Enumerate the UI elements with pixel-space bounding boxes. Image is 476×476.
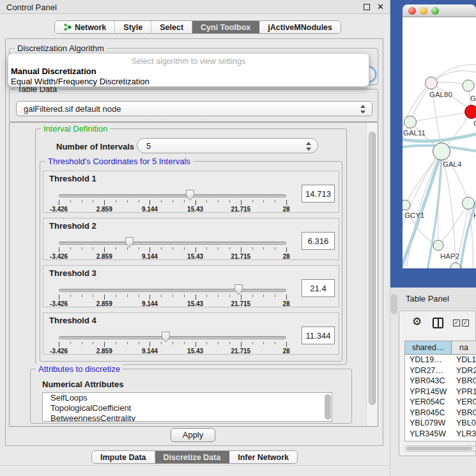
network-node[interactable] bbox=[426, 77, 438, 89]
table-panel-title: Table Panel bbox=[406, 294, 449, 303]
float-panel-icon[interactable] bbox=[364, 4, 370, 10]
close-window-icon[interactable] bbox=[408, 7, 416, 15]
slider-track[interactable] bbox=[59, 194, 286, 197]
table-cell[interactable]: YBR043C bbox=[405, 376, 452, 387]
checkbox-icon[interactable]: ✓ bbox=[462, 319, 469, 326]
tab-discretize-data[interactable]: Discretize Data bbox=[155, 451, 230, 463]
table-cell[interactable]: YIL0 bbox=[452, 439, 476, 441]
slider-scale-label: 15.43 bbox=[187, 253, 203, 260]
slider-thumb[interactable] bbox=[234, 284, 243, 295]
table-cell[interactable]: YDR2 bbox=[452, 365, 476, 376]
table-column-header[interactable]: shared… bbox=[405, 341, 452, 355]
table-cell[interactable]: YDR27… bbox=[405, 365, 452, 376]
checkbox-icon[interactable]: ✓ bbox=[453, 319, 460, 326]
network-window-titlebar[interactable] bbox=[403, 4, 476, 17]
threshold-slider[interactable]: -3.4262.8599.14415.4321.71528 bbox=[59, 171, 286, 213]
network-view-window[interactable]: GAL80GACGAL11GAL4GCY1HHAP2 bbox=[403, 4, 476, 268]
threshold-slider[interactable]: -3.4262.8599.14415.4321.71528 bbox=[59, 313, 286, 355]
slider-scale-label: 9.144 bbox=[142, 253, 158, 260]
table-panel-scrollbar-thumb[interactable] bbox=[391, 294, 397, 314]
tab-impute-data[interactable]: Impute Data bbox=[92, 451, 155, 463]
tab-network[interactable]: Network bbox=[55, 21, 115, 33]
table-cell[interactable]: YPR145W bbox=[405, 387, 452, 397]
threshold-value-field[interactable]: 21.4 bbox=[302, 279, 335, 297]
network-node[interactable] bbox=[465, 105, 476, 119]
slider-thumb[interactable] bbox=[162, 332, 170, 342]
slider-track[interactable] bbox=[59, 336, 286, 339]
table-hscrollbar-thumb[interactable] bbox=[406, 447, 472, 450]
table-hscrollbar-track[interactable] bbox=[404, 445, 476, 452]
table-column-header[interactable]: na bbox=[452, 341, 476, 355]
table-cell[interactable]: YER054C bbox=[405, 397, 452, 408]
threshold-value-field[interactable]: 14.713 bbox=[302, 185, 335, 203]
slider-tick bbox=[218, 247, 219, 250]
network-node[interactable] bbox=[463, 197, 475, 210]
table-data-combobox[interactable]: galFiltered.sif default node bbox=[16, 101, 372, 116]
table-cell[interactable]: YPR1 bbox=[452, 387, 476, 397]
algorithm-option-manual[interactable]: Manual Discretization bbox=[11, 66, 96, 76]
column-view-icon[interactable] bbox=[433, 318, 443, 328]
network-node[interactable] bbox=[450, 263, 461, 268]
numerical-attributes-list[interactable]: SelfLoopsTopologicalCoefficientBetweenne… bbox=[42, 392, 332, 422]
attribute-list-item[interactable]: SelfLoops bbox=[43, 393, 332, 403]
settings-scrollbar-thumb[interactable] bbox=[369, 132, 376, 405]
gear-icon[interactable]: ⚙ bbox=[412, 315, 422, 328]
attribute-list-item[interactable]: TopologicalCoefficient bbox=[43, 403, 332, 413]
slider-track[interactable] bbox=[59, 289, 286, 292]
number-of-intervals-combobox[interactable]: 5 bbox=[137, 138, 318, 153]
tab-style[interactable]: Style bbox=[115, 21, 151, 33]
threshold-block-1: Threshold 1-3.4262.8599.14415.4321.71528… bbox=[43, 171, 339, 213]
zoom-window-icon[interactable] bbox=[431, 7, 439, 15]
tab-infer-network[interactable]: Infer Network bbox=[229, 451, 297, 463]
network-node[interactable] bbox=[404, 116, 417, 128]
table-row[interactable]: YIL052CYIL0 bbox=[405, 439, 476, 441]
table-cell[interactable]: YBR0 bbox=[452, 376, 476, 387]
threshold-value-field[interactable]: 11.344 bbox=[302, 326, 335, 344]
slider-thumb[interactable] bbox=[125, 237, 134, 248]
table-cell[interactable]: YER0 bbox=[452, 397, 476, 408]
table-cell[interactable]: YLR345W bbox=[405, 429, 452, 440]
minimize-window-icon[interactable] bbox=[420, 7, 427, 15]
tab-cyni-toolbox[interactable]: Cyni Toolbox bbox=[192, 21, 259, 33]
apply-button[interactable]: Apply bbox=[171, 428, 215, 442]
threshold-slider[interactable]: -3.4262.8599.14415.4321.71528 bbox=[59, 266, 286, 308]
table-cell[interactable]: YDL1 bbox=[452, 355, 476, 365]
slider-tick bbox=[275, 247, 275, 250]
attribute-list-item[interactable]: BetweennessCentrality bbox=[43, 413, 332, 422]
table-row[interactable]: YPR145WYPR1 bbox=[405, 387, 476, 397]
table-cell[interactable]: YDL19… bbox=[405, 355, 452, 365]
algorithm-option-equal-width[interactable]: Equal Width/Frequency Discretization bbox=[11, 77, 150, 86]
network-canvas[interactable]: GAL80GACGAL11GAL4GCY1HHAP2 bbox=[403, 17, 476, 268]
table-row[interactable]: YDR27…YDR2 bbox=[405, 365, 476, 376]
slider-tick bbox=[206, 342, 207, 344]
table-cell[interactable]: YIL052C bbox=[405, 439, 452, 441]
table-cell[interactable]: YLR3 bbox=[452, 429, 476, 440]
network-node[interactable] bbox=[463, 80, 474, 91]
algorithm-placeholder-option[interactable]: Select algorithm to view settings bbox=[8, 57, 369, 66]
network-node[interactable] bbox=[403, 200, 410, 210]
list-scrollbar-thumb[interactable] bbox=[325, 394, 331, 420]
table-cell[interactable]: YBR045C bbox=[405, 408, 452, 418]
threshold-slider[interactable]: -3.4262.8599.14415.4321.71528 bbox=[59, 219, 286, 261]
threshold-value-field[interactable]: 6.316 bbox=[302, 232, 335, 250]
table-cell[interactable]: YBL0 bbox=[452, 418, 476, 429]
table-row[interactable]: YLR345WYLR3 bbox=[405, 429, 476, 440]
table-cell[interactable]: YBR0 bbox=[452, 408, 476, 418]
slider-tick bbox=[161, 247, 162, 250]
tab-jactivemnodules[interactable]: jActiveMNodules bbox=[259, 21, 341, 33]
network-node[interactable] bbox=[433, 143, 450, 160]
table-row[interactable]: YDL19…YDL1 bbox=[405, 355, 476, 365]
table-row[interactable]: YBR043CYBR0 bbox=[405, 376, 476, 387]
table-cell[interactable]: YBL079W bbox=[405, 418, 452, 429]
slider-tick bbox=[104, 200, 105, 205]
number-of-intervals-label: Number of Intervals bbox=[56, 142, 134, 151]
slider-thumb[interactable] bbox=[186, 190, 194, 201]
table-row[interactable]: YBL079WYBL0 bbox=[405, 418, 476, 429]
slider-track[interactable] bbox=[59, 242, 286, 245]
tab-select[interactable]: Select bbox=[151, 21, 192, 33]
settings-scrollbar-track[interactable] bbox=[366, 123, 378, 426]
close-panel-icon[interactable]: ✕ bbox=[377, 2, 384, 12]
table-row[interactable]: YBR045CYBR0 bbox=[405, 408, 476, 418]
table-row[interactable]: YER054CYER0 bbox=[405, 397, 476, 408]
network-node[interactable] bbox=[433, 240, 443, 250]
